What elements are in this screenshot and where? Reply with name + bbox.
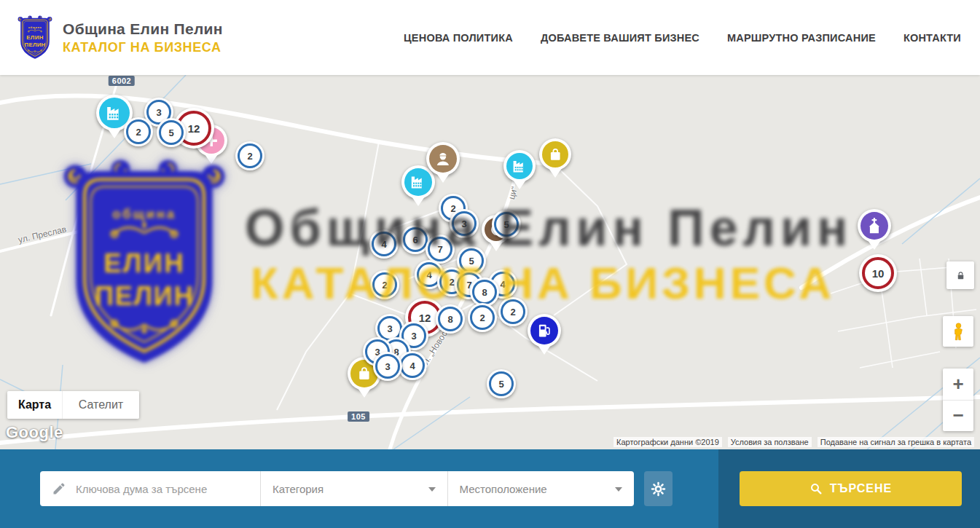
search-submit-button[interactable]: ТЪРСЕНЕ	[740, 471, 962, 506]
nav-add-your-business[interactable]: ДОБАВЕТЕ ВАШИЯТ БИЗНЕС	[541, 32, 699, 44]
pin-tail	[513, 180, 526, 189]
cluster-count: 8	[482, 287, 487, 298]
cluster-count: 2	[382, 280, 387, 291]
cluster-count: 3	[387, 323, 392, 334]
factory-icon	[506, 153, 533, 179]
fuel-pin[interactable]	[528, 314, 561, 347]
cluster-marker[interactable]: 8	[436, 304, 465, 334]
factory-pin[interactable]	[401, 165, 435, 199]
keyword-field[interactable]	[40, 471, 260, 506]
cluster-marker[interactable]: 5	[157, 118, 186, 147]
cluster-count: 2	[449, 277, 454, 288]
cluster-count: 4	[381, 239, 386, 250]
factory-pin[interactable]	[503, 150, 536, 182]
cluster-count: 3	[461, 218, 466, 229]
google-logo[interactable]: Google	[6, 423, 63, 442]
cluster-count: 3	[385, 361, 390, 372]
main-nav: ЦЕНОВА ПОЛИТИКА ДОБАВЕТЕ ВАШИЯТ БИЗНЕС М…	[404, 32, 961, 44]
cluster-count: 8	[447, 314, 452, 325]
cluster-count: 5	[498, 379, 503, 390]
keyword-input[interactable]	[74, 482, 260, 496]
attribution-report-link[interactable]: Подаване на сигнал за грешка в картата	[818, 437, 974, 447]
category-select[interactable]: Категория	[260, 471, 447, 506]
chevron-down-icon	[615, 487, 622, 495]
brand-logo-link[interactable]: Община Елин Пелин КАТАЛОГ НА БИЗНЕСА	[17, 15, 223, 60]
cluster-marker[interactable]: 7	[426, 235, 455, 264]
pin-tail	[108, 129, 121, 138]
cluster-marker[interactable]: 5	[487, 369, 516, 398]
worker-pin[interactable]	[426, 142, 460, 176]
chevron-down-icon	[428, 487, 436, 495]
zoom-out-button[interactable]: −	[943, 400, 973, 432]
search-bar-right: ТЪРСЕНЕ	[718, 449, 980, 528]
cluster-marker[interactable]: 4	[398, 351, 427, 380]
cluster-count: 5	[469, 256, 474, 267]
cluster-marker[interactable]: 3	[373, 352, 402, 381]
cluster-marker[interactable]: 2	[370, 270, 399, 299]
lock-icon	[955, 269, 966, 282]
cluster-marker[interactable]: 2	[235, 141, 264, 170]
church-pin[interactable]	[858, 209, 891, 243]
cluster-marker[interactable]: 5	[492, 210, 521, 239]
cluster-marker[interactable]: 2	[124, 117, 153, 146]
map-type-control: Карта Сателит	[7, 391, 139, 419]
page: Община Елин Пелин КАТАЛОГ НА БИЗНЕСА ЦЕН…	[0, 0, 980, 528]
cluster-marker[interactable]: 4	[369, 229, 399, 259]
municipality-shield-logo	[17, 15, 52, 60]
category-select-value: Категория	[273, 483, 324, 495]
bag-pin[interactable]	[539, 138, 571, 170]
cluster-count: 2	[479, 312, 485, 323]
zoom-control: + −	[943, 369, 973, 431]
bag-icon	[542, 141, 568, 168]
attribution-terms-link[interactable]: Условия за ползване	[728, 437, 812, 447]
pin-tail	[412, 197, 425, 206]
map-canvas[interactable]: 1232522356475422748212823383435106002105…	[0, 75, 980, 449]
header: Община Елин Пелин КАТАЛОГ НА БИЗНЕСА ЦЕН…	[0, 0, 980, 75]
cluster-marker[interactable]: 10	[859, 254, 897, 292]
map-type-map-button[interactable]: Карта	[7, 391, 62, 419]
search-bar-left: Категория Местоположение	[0, 449, 718, 528]
location-select[interactable]: Местоположение	[447, 471, 635, 506]
pin-tail	[436, 173, 450, 183]
cluster-marker[interactable]: 2	[498, 297, 528, 326]
cluster-marker[interactable]: 3	[450, 209, 479, 238]
zoom-in-button[interactable]: +	[943, 369, 973, 400]
cluster-count: 3	[156, 107, 161, 118]
location-select-value: Местоположение	[460, 483, 547, 495]
cluster-count: 2	[510, 307, 515, 318]
map-attribution: Картографски данни ©2019 Условия за полз…	[614, 437, 974, 447]
cluster-count: 4	[409, 360, 415, 371]
road-shield-label: 6002	[109, 76, 135, 86]
road-shield-label: 105	[348, 411, 369, 422]
search-settings-button[interactable]	[644, 471, 673, 506]
nav-pricing-policy[interactable]: ЦЕНОВА ПОЛИТИКА	[404, 32, 513, 44]
worker-icon	[429, 145, 457, 173]
pin-tail	[549, 168, 562, 178]
cluster-count: 4	[500, 279, 505, 290]
pin-tail	[358, 388, 371, 398]
cluster-marker[interactable]: 2	[468, 303, 497, 332]
cluster-count: 4	[426, 269, 431, 280]
pegman-icon	[949, 322, 968, 342]
cluster-count: 7	[437, 244, 442, 255]
search-submit-label: ТЪРСЕНЕ	[830, 482, 892, 495]
nav-route-schedule[interactable]: МАРШРУТНО РАЗПИСАНИЕ	[727, 32, 876, 44]
cluster-count: 12	[188, 122, 200, 135]
street-view-pegman-button[interactable]	[943, 316, 973, 347]
cluster-count: 6	[412, 235, 418, 245]
pencil-icon	[52, 481, 66, 496]
map-type-satellite-button[interactable]: Сателит	[62, 391, 139, 419]
cluster-marker[interactable]: 8	[470, 277, 499, 307]
cluster-count: 3	[411, 331, 416, 342]
search-form: Категория Местоположение	[40, 471, 634, 506]
brand-title: Община Елин Пелин	[63, 20, 223, 38]
search-icon	[810, 482, 823, 495]
nav-contacts[interactable]: КОНТАКТИ	[903, 32, 961, 44]
cluster-count: 12	[419, 312, 431, 324]
cluster-count: 2	[136, 127, 141, 138]
factory-icon	[404, 168, 432, 196]
factory-icon	[99, 98, 130, 128]
map-lock-button[interactable]	[946, 261, 974, 289]
cluster-count: 2	[247, 151, 252, 162]
attribution-copyright: Картографски данни ©2019	[614, 437, 722, 447]
